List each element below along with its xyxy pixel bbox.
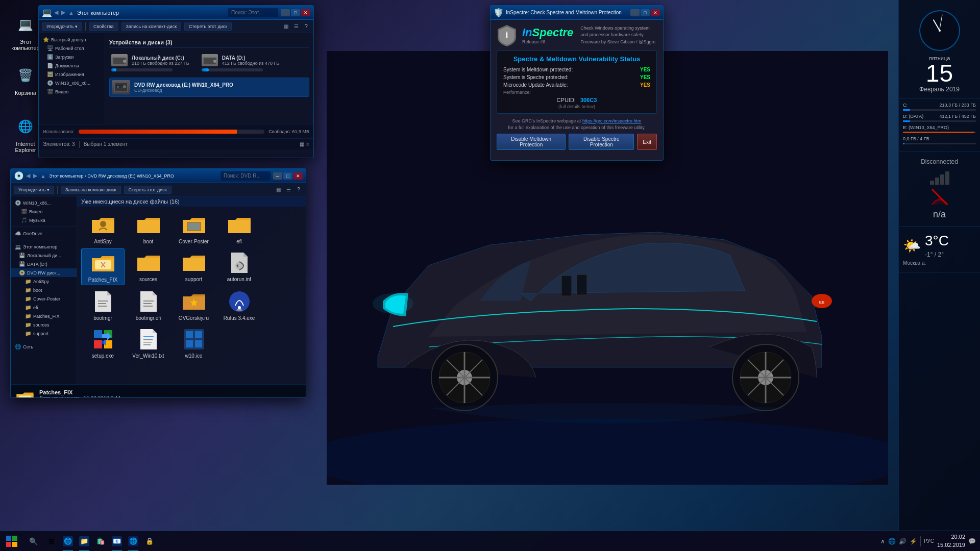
file-rufus[interactable]: Rufus 3.4.exe bbox=[217, 287, 261, 323]
rufus-icon bbox=[227, 289, 252, 314]
sidebar2-video[interactable]: 🎬Видео bbox=[11, 207, 77, 216]
sidebar-downloads[interactable]: ⬇️Загрузки bbox=[39, 53, 105, 61]
taskbar-items: 🌐 📁 🛍️ 📧 🌐 bbox=[60, 531, 876, 551]
view-icon-list[interactable]: ≡ bbox=[306, 141, 309, 147]
view-details-btn[interactable]: ▦ bbox=[282, 22, 290, 31]
sidebar-desktop[interactable]: 🖥️Рабочий стол bbox=[39, 44, 105, 53]
sidebar2-network[interactable]: 🌐Сеть bbox=[11, 342, 77, 351]
disable-spectre-button[interactable]: Disable Spectre Protection bbox=[569, 134, 634, 150]
minimize2-button[interactable]: ─ bbox=[273, 172, 282, 180]
erase-button[interactable]: Стереть этот диск bbox=[184, 22, 232, 31]
sidebar2-mypc[interactable]: 💻Этот компьютер bbox=[11, 242, 77, 251]
sidebar2-cover[interactable]: 📁Cover-Poster bbox=[11, 294, 77, 303]
tray-network[interactable]: 🌐 bbox=[888, 538, 896, 545]
taskbar-search[interactable]: 🔍 bbox=[23, 531, 43, 552]
drive-d[interactable]: DATA (D:) 412 ГБ свободно из 470 ГБ bbox=[200, 52, 282, 73]
file-setup[interactable]: setup.exe bbox=[81, 325, 125, 361]
file-cover[interactable]: Cover-Poster bbox=[172, 211, 215, 246]
maximize2-button[interactable]: □ bbox=[283, 172, 292, 180]
sidebar2-boot[interactable]: 📁boot bbox=[11, 286, 77, 294]
sidebar-quick-access[interactable]: ⭐Быстрый доступ bbox=[39, 35, 105, 44]
disable-meltdown-button[interactable]: Disable Meltdown Protection bbox=[497, 134, 566, 150]
file-version[interactable]: Ver_Win10.txt bbox=[127, 325, 170, 361]
erase2-button[interactable]: Стереть этот диск bbox=[124, 186, 172, 194]
view-details2-btn[interactable]: ▦ bbox=[274, 186, 282, 194]
taskbar-ie[interactable]: 🌐 bbox=[60, 531, 76, 552]
minimize-button[interactable]: ─ bbox=[281, 9, 290, 16]
spectre-status: System is Spectre protected: YES bbox=[503, 74, 650, 80]
exit-button[interactable]: Exit bbox=[637, 134, 657, 150]
file-support[interactable]: support bbox=[172, 248, 215, 285]
file-boot[interactable]: boot bbox=[127, 211, 170, 246]
sidebar2-patches[interactable]: 📁Patches_FIX bbox=[11, 312, 77, 320]
taskbar-mail[interactable]: 📧 bbox=[109, 531, 125, 552]
organize-button[interactable]: Упорядочить ▾ bbox=[42, 22, 82, 31]
help2-btn[interactable]: ? bbox=[295, 186, 303, 194]
close-button[interactable]: ✕ bbox=[301, 9, 310, 16]
drive-e[interactable]: DVD RW дисковод (E:) WIN10_X64_PRO CD-ди… bbox=[109, 78, 309, 97]
sidebar2-sources[interactable]: 📁sources bbox=[11, 320, 77, 329]
file-bootmgr-efi[interactable]: bootmgr.efi bbox=[127, 287, 170, 323]
sidebar2-onedrive[interactable]: ☁️OneDrive bbox=[11, 229, 77, 238]
sidebar2-data[interactable]: 💾DATA (D:) bbox=[11, 260, 77, 268]
burn2-button[interactable]: Запись на компакт-диск bbox=[61, 186, 121, 194]
taskbar-pass[interactable]: 🔒 bbox=[141, 531, 158, 552]
task-view-btn[interactable]: ⊞ bbox=[43, 531, 60, 552]
view-controls: ▦ ≡ bbox=[300, 141, 309, 147]
file-bootmgr[interactable]: bootmgr bbox=[81, 287, 125, 323]
explorer1-toolbar: Упорядочить ▾ Свойства Запись на компакт… bbox=[39, 20, 313, 33]
file-antispy[interactable]: AntiSpy bbox=[81, 211, 125, 246]
taskbar-store[interactable]: 🛍️ bbox=[92, 531, 109, 552]
drive-c[interactable]: Локальный диск (C:) 210 ГБ свободно из 2… bbox=[109, 52, 191, 73]
sidebar-video[interactable]: 🎬Видео bbox=[39, 87, 105, 96]
svg-text:i: i bbox=[505, 30, 508, 40]
close2-button[interactable]: ✕ bbox=[293, 172, 303, 180]
files-grid: AntiSpy boot bbox=[77, 207, 306, 365]
patches-label: Patches_FIX bbox=[88, 277, 117, 283]
sidebar2-win10[interactable]: 💿WIN10_x86... bbox=[11, 198, 77, 207]
sidebar2-antispy[interactable]: 📁AntiSpy bbox=[11, 277, 77, 286]
maximize-button[interactable]: □ bbox=[291, 9, 300, 16]
tray-expand[interactable]: ∧ bbox=[880, 538, 885, 545]
tray-volume[interactable]: 🔊 bbox=[899, 538, 906, 545]
close-inspectre[interactable]: ✕ bbox=[651, 9, 660, 16]
sidebar2-efi[interactable]: 📁efi bbox=[11, 303, 77, 312]
inspectre-buttons: Disable Meltdown Protection Disable Spec… bbox=[497, 134, 657, 150]
sidebar-images[interactable]: 🖼️Изображения bbox=[39, 70, 105, 79]
svg-rect-61 bbox=[19, 395, 31, 398]
sidebar-docs[interactable]: 📄Документы bbox=[39, 61, 105, 70]
tray-language[interactable]: РУС bbox=[924, 538, 934, 544]
cover-icon bbox=[182, 213, 206, 237]
help-btn[interactable]: ? bbox=[302, 22, 310, 31]
organize2-button[interactable]: Упорядочить ▾ bbox=[14, 186, 54, 194]
sidebar2-local[interactable]: 💾Локальный ди... bbox=[11, 251, 77, 260]
maximize-inspectre[interactable]: □ bbox=[641, 9, 650, 16]
sidebar2-music[interactable]: 🎵Музыка bbox=[11, 216, 77, 224]
explorer1-search[interactable] bbox=[228, 8, 279, 18]
tray-divider bbox=[920, 536, 921, 546]
view-list-btn[interactable]: ☰ bbox=[292, 22, 300, 31]
tray-battery[interactable]: ⚡ bbox=[910, 538, 917, 545]
taskbar-browser[interactable]: 🌐 bbox=[125, 531, 141, 552]
view-icon-tiles[interactable]: ▦ bbox=[300, 141, 304, 147]
explorer2-search[interactable] bbox=[220, 171, 271, 181]
burn-button[interactable]: Запись на компакт-диск bbox=[121, 22, 182, 31]
start-button[interactable] bbox=[0, 531, 23, 552]
properties-button[interactable]: Свойства bbox=[89, 22, 118, 31]
file-ovgorskiy[interactable]: OVGorskiy.ru bbox=[172, 287, 215, 323]
ie-icon-tb: 🌐 bbox=[64, 537, 72, 545]
taskbar-explorer[interactable]: 📁 bbox=[76, 531, 92, 552]
file-sources[interactable]: sources bbox=[127, 248, 170, 285]
widget-weather: 🌤️ 3°C -1° / 2° Москва а. bbox=[899, 227, 980, 272]
file-autorun[interactable]: autorun.inf bbox=[217, 248, 261, 285]
sidebar-win10[interactable]: 💿WIN10_x86_x8... bbox=[39, 79, 105, 87]
sidebar2-dvd[interactable]: 📀DVD RW диск... bbox=[11, 268, 77, 277]
file-w10ico[interactable]: w10.ico bbox=[172, 325, 215, 361]
view-list2-btn[interactable]: ☰ bbox=[284, 186, 292, 194]
file-patches[interactable]: Patches_FIX bbox=[81, 248, 125, 285]
file-efi[interactable]: efi bbox=[217, 211, 261, 246]
tray-notifications[interactable]: 💬 bbox=[968, 538, 976, 545]
minimize-inspectre[interactable]: ─ bbox=[630, 9, 640, 16]
drive-d-bar bbox=[202, 68, 263, 71]
sidebar2-support[interactable]: 📁support bbox=[11, 329, 77, 338]
